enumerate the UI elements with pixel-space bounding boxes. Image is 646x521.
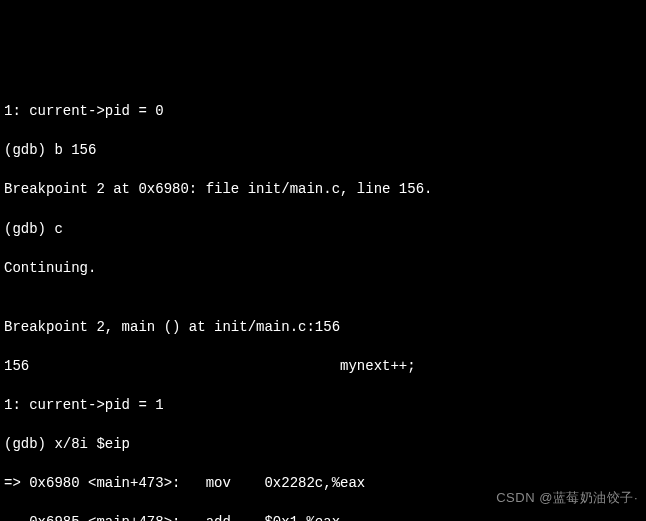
terminal-output: 1: current->pid = 0 (gdb) b 156 Breakpoi… [4, 82, 642, 521]
watermark-text: CSDN @蓝莓奶油饺子· [496, 489, 638, 507]
line-breakpoint-set: Breakpoint 2 at 0x6980: file init/main.c… [4, 180, 642, 200]
line-asm-1: 0x6985 <main+478>: add $0x1,%eax [4, 513, 642, 521]
line-source: 156 mynext++; [4, 357, 642, 377]
line-gdb-b: (gdb) b 156 [4, 141, 642, 161]
line-continuing: Continuing. [4, 259, 642, 279]
line-gdb-x8i: (gdb) x/8i $eip [4, 435, 642, 455]
line-breakpoint-hit: Breakpoint 2, main () at init/main.c:156 [4, 318, 642, 338]
line-pid0: 1: current->pid = 0 [4, 102, 642, 122]
line-pid1: 1: current->pid = 1 [4, 396, 642, 416]
line-gdb-c: (gdb) c [4, 220, 642, 240]
